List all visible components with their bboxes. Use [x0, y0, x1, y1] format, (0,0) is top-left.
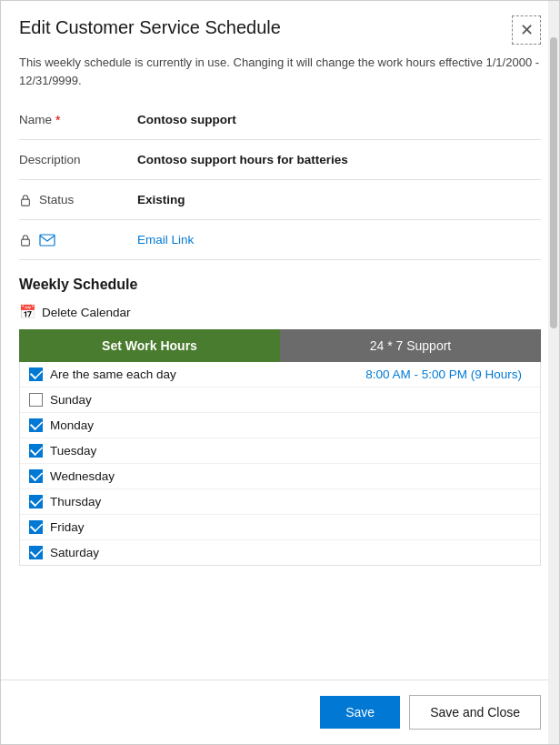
schedule-row: Monday [20, 413, 540, 438]
day-label: Thursday [50, 495, 101, 508]
day-checkbox[interactable] [29, 444, 43, 458]
lock-icon [19, 194, 32, 206]
calendar-icon: 📅 [19, 304, 36, 320]
weekly-schedule-title: Weekly Schedule [1, 260, 559, 300]
day-label: Friday [50, 520, 85, 534]
name-label: Name * [19, 113, 137, 127]
dialog-footer: Save Save and Close [1, 680, 559, 744]
weekly-schedule-section: 📅 Delete Calendar Set Work Hours 24 * 7 … [1, 300, 559, 680]
svg-rect-0 [22, 199, 30, 206]
name-row: Name * Contoso support [19, 100, 541, 140]
day-checkbox[interactable] [29, 469, 43, 483]
day-checkbox[interactable] [29, 393, 43, 407]
description-row: Description Contoso support hours for ba… [19, 140, 541, 180]
day-label: Are the same each day [50, 367, 176, 381]
schedule-row: Friday [20, 515, 540, 540]
schedule-rows: Are the same each day8:00 AM - 5:00 PM (… [19, 362, 541, 566]
support-header: 24 * 7 Support [280, 329, 541, 362]
save-close-button[interactable]: Save and Close [409, 695, 541, 730]
info-text: This weekly schedule is currently in use… [1, 54, 559, 100]
schedule-row: Are the same each day8:00 AM - 5:00 PM (… [20, 362, 540, 388]
hours-value[interactable]: 8:00 AM - 5:00 PM (9 Hours) [275, 367, 531, 381]
description-label: Description [19, 153, 137, 166]
status-row: Status Existing [19, 180, 541, 220]
day-checkbox[interactable] [29, 520, 43, 534]
lock-icon-2 [19, 234, 32, 247]
dialog-title: Edit Customer Service Schedule [19, 17, 281, 38]
svg-rect-1 [22, 239, 30, 246]
save-button[interactable]: Save [320, 696, 400, 729]
day-label: Monday [50, 418, 94, 432]
schedule-row: Saturday [20, 540, 540, 565]
day-label: Sunday [50, 393, 92, 407]
dialog-header: Edit Customer Service Schedule ✕ [1, 1, 559, 54]
day-checkbox[interactable] [29, 367, 43, 381]
description-value: Contoso support hours for batteries [137, 153, 348, 166]
edit-schedule-dialog: Edit Customer Service Schedule ✕ This we… [0, 0, 560, 745]
schedule-row: Tuesday [20, 438, 540, 464]
schedule-row: Sunday [20, 388, 540, 413]
form-section: Name * Contoso support Description Conto… [1, 100, 559, 260]
schedule-header-row: Set Work Hours 24 * 7 Support [19, 329, 541, 362]
status-value: Existing [137, 193, 185, 206]
day-label: Tuesday [50, 444, 96, 458]
set-work-hours-header[interactable]: Set Work Hours [19, 329, 280, 362]
name-value: Contoso support [137, 113, 236, 126]
scrollbar-thumb [550, 37, 557, 328]
email-icon [39, 234, 55, 247]
schedule-row: Thursday [20, 489, 540, 515]
delete-calendar-button[interactable]: 📅 Delete Calendar [19, 300, 131, 329]
day-checkbox[interactable] [29, 418, 43, 432]
required-indicator: * [55, 113, 60, 127]
close-button[interactable]: ✕ [512, 15, 541, 45]
day-checkbox[interactable] [29, 495, 43, 508]
email-link-label-area [19, 234, 137, 247]
email-link-row: Email Link [19, 220, 541, 260]
scrollbar[interactable] [548, 1, 559, 744]
status-label: Status [19, 193, 137, 206]
svg-rect-2 [40, 235, 55, 246]
day-label: Wednesday [50, 469, 115, 483]
email-link[interactable]: Email Link [137, 233, 194, 247]
day-checkbox[interactable] [29, 546, 43, 559]
schedule-row: Wednesday [20, 464, 540, 489]
day-label: Saturday [50, 546, 99, 559]
